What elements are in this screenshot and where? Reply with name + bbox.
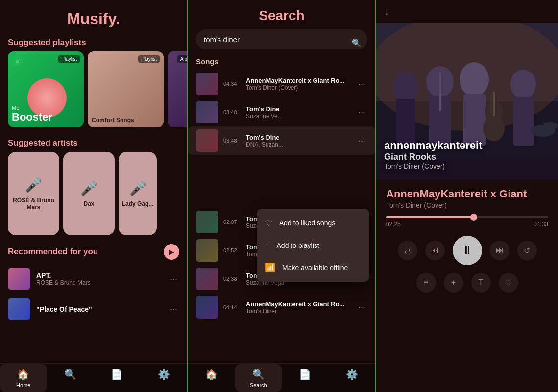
song-thumb-3 [196,211,218,233]
now-playing-title: AnnenMayKantereit x Giant [386,188,548,200]
nav-home[interactable]: 🏠 Home [0,364,47,392]
song-duration-6: 04:14 [223,304,241,310]
song-thumb-6 [196,296,218,318]
pause-button[interactable]: ⏸ [453,236,482,265]
songs-list: 04:34 AnnenMayKantereit x Giant Ro... To… [188,70,375,363]
context-menu: ♡ Add to liked songs + Add to playlist 📶… [257,209,369,282]
artist-icon-0: 🎤 [25,177,42,193]
nav-settings-mid[interactable]: ⚙️ [329,364,376,392]
rec-more-1[interactable]: ··· [168,302,179,317]
player-controls: ⇄ ⏮ ⏸ ⏭ ↺ [376,232,558,269]
svg-point-16 [543,122,558,130]
song-title-2: Tom's Dine [246,134,351,141]
nav-home-label: Home [16,382,30,388]
playlist-badge-1: Playlist [58,55,80,63]
card1-sub: Me [12,105,52,111]
bars-button[interactable]: ≡ [416,273,436,293]
song-info-2: Tom's Dine DNA, Suzan... [246,134,351,148]
playlist-card-3[interactable]: Album [168,51,187,127]
library-icon-left: 📄 [111,368,123,380]
settings-icon-left: ⚙️ [158,368,170,380]
app-header: Musify. [0,0,187,33]
next-button[interactable]: ⏭ [490,241,509,260]
heart-icon-extra: ♡ [505,278,512,288]
svg-rect-14 [513,97,534,146]
playlists-row: ♫ Playlist Me Booster Playlist Comfort S… [0,51,187,133]
song-duration-2: 03:48 [223,138,241,144]
song-item-6[interactable]: 04:14 AnnenMayKantereit x Giant Ro... To… [188,293,375,321]
nav-search-left[interactable]: 🔍 [47,364,94,392]
now-playing-info: AnnenMayKantereit x Giant Tom's Diner (C… [376,180,558,212]
svg-point-3 [393,72,418,101]
song-duration-4: 02:52 [223,247,241,253]
search-input[interactable] [196,29,367,49]
nav-home-mid[interactable]: 🏠 [188,364,235,392]
context-add-playlist[interactable]: + Add to playlist [257,234,369,256]
song-info-0: AnnenMayKantereit x Giant Ro... Tom's Di… [246,77,351,91]
song-thumb-5 [196,268,218,290]
home-icon: 🏠 [17,368,29,380]
rec-info-0: APT. ROSÉ & Bruno Mars [36,271,162,286]
nav-search-mid[interactable]: 🔍 Search [235,364,282,392]
song-more-0[interactable]: ··· [356,77,367,91]
plus-icon-context: + [265,240,270,250]
svg-point-8 [460,62,489,97]
library-icon-mid: 📄 [299,368,311,380]
playlist-badge-2: Playlist [138,55,160,63]
svg-rect-12 [493,92,495,116]
song-thumb-1 [196,101,218,123]
plus-icon-extra: + [451,278,456,287]
song-thumb-4 [196,239,218,262]
artist-name-0: ROSÉ & Bruno Mars [8,197,59,211]
song-more-6[interactable]: ··· [356,300,367,315]
middle-panel: Search 🔍 Songs 04:34 AnnenMayKantereit x… [188,0,376,392]
artist-card-0[interactable]: 🎤 ROSÉ & Bruno Mars [8,152,59,235]
artist-icon-2: 🎤 [129,180,146,196]
add-button[interactable]: + [444,273,463,293]
rec-more-0[interactable]: ··· [168,272,179,286]
context-offline[interactable]: 📶 Make available offline [257,256,369,279]
now-playing-sub: Tom's Diner (Cover) [386,201,548,209]
prev-button[interactable]: ⏮ [425,241,445,260]
nav-library-left[interactable]: 📄 [94,364,141,392]
offline-icon-context: 📶 [265,262,275,273]
search-page-title: Search [188,0,375,29]
song-item-1[interactable]: 03:48 Tom's Dine Suzanne Ve... ··· [188,98,375,126]
svg-rect-9 [463,94,486,146]
song-item-2[interactable]: 03:48 Tom's Dine DNA, Suzan... ··· [188,126,375,155]
card1-title: Booster [12,111,52,123]
progress-times: 02:25 04:33 [386,221,548,228]
like-button[interactable]: ♡ [499,273,518,293]
svg-rect-7 [439,72,441,111]
rec-item-0[interactable]: APT. ROSÉ & Bruno Mars ··· [0,264,187,294]
extra-controls: ≡ + T ♡ [376,269,558,298]
download-icon[interactable]: ↓ [384,6,389,17]
nav-settings-left[interactable]: ⚙️ [141,364,188,392]
rec-item-1[interactable]: "Place Of Peace" ··· [0,294,187,324]
song-more-2[interactable]: ··· [356,134,367,148]
rec-title-0: APT. [36,271,162,279]
playlist-card-1[interactable]: ♫ Playlist Me Booster [8,51,84,127]
song-title-1: Tom's Dine [246,105,351,113]
song-info-6: AnnenMayKantereit x Giant Ro... Tom's Di… [246,300,351,315]
songs-section-label: Songs [188,55,375,70]
left-bottom-nav: 🏠 Home 🔍 📄 ⚙️ [0,363,187,392]
shuffle-button[interactable]: ⇄ [398,241,417,260]
artist-card-1[interactable]: 🎤 Dax [63,152,115,235]
play-recommended-button[interactable]: ▶ [164,244,179,260]
progress-bar[interactable] [386,216,548,218]
artist-name-1: Dax [81,200,96,207]
artists-row: 🎤 ROSÉ & Bruno Mars 🎤 Dax 🎤 Lady Gag... [0,152,187,241]
right-panel: ↓ [376,0,558,392]
album-band-overlay: Giant Rooks [384,152,550,162]
repeat-button[interactable]: ↺ [517,241,537,260]
lyrics-button[interactable]: T [471,273,491,293]
playlist-card-2[interactable]: Playlist Comfort Songs [88,51,164,127]
song-item-0[interactable]: 04:34 AnnenMayKantereit x Giant Ro... To… [188,70,375,98]
song-artist-1: Suzanne Ve... [246,113,351,120]
nav-library-mid[interactable]: 📄 [282,364,329,392]
artist-card-2[interactable]: 🎤 Lady Gag... [119,152,157,235]
context-add-liked[interactable]: ♡ Add to liked songs [257,212,369,234]
middle-bottom-nav: 🏠 🔍 Search 📄 ⚙️ [188,363,375,392]
song-more-1[interactable]: ··· [356,105,367,120]
